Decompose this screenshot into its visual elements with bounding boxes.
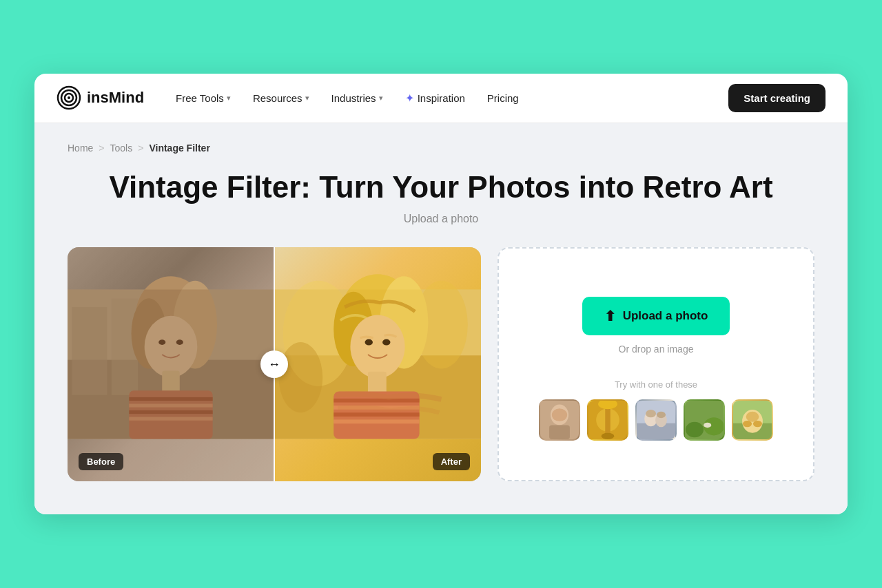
nav-pricing[interactable]: Pricing: [478, 87, 529, 109]
resize-icon: ↔: [268, 357, 280, 372]
svg-rect-6: [72, 307, 107, 395]
nav-free-tools[interactable]: Free Tools ▾: [166, 87, 240, 109]
image-after: [274, 247, 481, 481]
svg-point-9: [132, 299, 167, 369]
svg-point-64: [743, 421, 752, 427]
breadcrumb-sep-2: >: [138, 143, 143, 154]
svg-point-52: [646, 410, 656, 417]
svg-point-10: [173, 281, 217, 369]
upload-photo-button[interactable]: ⬆ Upload a photo: [582, 297, 730, 335]
sample-image-5[interactable]: [732, 399, 773, 441]
drop-text: Or drop an image: [619, 344, 694, 355]
svg-rect-20: [68, 290, 274, 439]
logo-icon: [57, 85, 81, 110]
svg-rect-42: [549, 425, 570, 439]
nav-links: Free Tools ▾ Resources ▾ Industries ▾ ✦ …: [166, 86, 706, 110]
breadcrumb-tools[interactable]: Tools: [110, 143, 133, 154]
breadcrumb: Home > Tools > Vintage Filter: [68, 143, 814, 154]
breadcrumb-home[interactable]: Home: [68, 143, 93, 154]
svg-point-59: [704, 423, 711, 428]
compare-handle[interactable]: ↔: [260, 350, 288, 378]
sample-image-4[interactable]: [684, 399, 725, 441]
svg-rect-7: [112, 299, 138, 395]
svg-rect-14: [162, 371, 180, 393]
hero-title-block: Vintage Filter: Turn Your Photos into Re…: [68, 170, 814, 205]
svg-rect-5: [68, 360, 274, 439]
nav-industries[interactable]: Industries ▾: [322, 87, 393, 109]
svg-rect-15: [129, 391, 212, 439]
page-title: Vintage Filter: Turn Your Photos into Re…: [68, 170, 814, 205]
upload-panel: ⬆ Upload a photo Or drop an image Try wi…: [498, 247, 814, 481]
before-label: Before: [79, 453, 123, 470]
before-image-svg: [68, 247, 274, 481]
sample-image-2[interactable]: [587, 399, 628, 441]
image-compare: ↔ Before After: [68, 247, 481, 481]
panels: ↔ Before After ⬆ Upload a photo Or drop …: [68, 247, 814, 481]
svg-point-8: [136, 277, 206, 356]
chevron-down-icon: ▾: [379, 94, 383, 103]
svg-point-65: [753, 421, 762, 427]
nav-inspiration[interactable]: ✦ Inspiration: [396, 86, 475, 110]
after-image-svg: [274, 247, 481, 481]
logo[interactable]: insMind: [57, 85, 144, 110]
start-creating-button[interactable]: Start creating: [728, 84, 825, 112]
svg-point-12: [158, 340, 165, 346]
svg-rect-38: [274, 290, 481, 439]
svg-point-53: [657, 412, 666, 418]
svg-point-11: [145, 316, 198, 377]
chevron-down-icon: ▾: [305, 94, 309, 103]
svg-rect-49: [637, 423, 675, 439]
spark-icon: ✦: [405, 92, 414, 105]
brand-name: insMind: [87, 89, 144, 107]
svg-point-3: [68, 96, 70, 99]
upload-icon: ⬆: [604, 308, 616, 324]
sample-images: [539, 399, 773, 441]
browser-window: insMind Free Tools ▾ Resources ▾ Industr…: [34, 74, 848, 515]
main-content: Home > Tools > Vintage Filter Vintage Fi…: [34, 123, 848, 515]
nav-resources[interactable]: Resources ▾: [243, 87, 319, 109]
navbar: insMind Free Tools ▾ Resources ▾ Industr…: [34, 74, 848, 123]
image-before: [68, 247, 274, 481]
svg-point-47: [602, 432, 615, 439]
hero-subtitle: Upload a photo: [68, 213, 814, 225]
svg-point-13: [176, 340, 183, 346]
svg-point-63: [746, 412, 759, 422]
svg-point-41: [552, 408, 567, 421]
after-label: After: [433, 453, 470, 470]
svg-rect-18: [129, 410, 212, 414]
before-after-panel: ↔ Before After: [68, 247, 481, 481]
svg-point-55: [686, 422, 704, 437]
svg-rect-4: [68, 290, 274, 439]
sample-label: Try with one of these: [615, 379, 697, 390]
svg-rect-16: [129, 397, 212, 401]
breadcrumb-current: Vintage Filter: [149, 143, 209, 154]
chevron-down-icon: ▾: [227, 94, 231, 103]
sample-image-3[interactable]: [635, 399, 677, 441]
breadcrumb-sep-1: >: [99, 143, 104, 154]
svg-rect-19: [129, 417, 212, 421]
sample-image-1[interactable]: [539, 399, 580, 441]
svg-rect-17: [129, 404, 212, 408]
